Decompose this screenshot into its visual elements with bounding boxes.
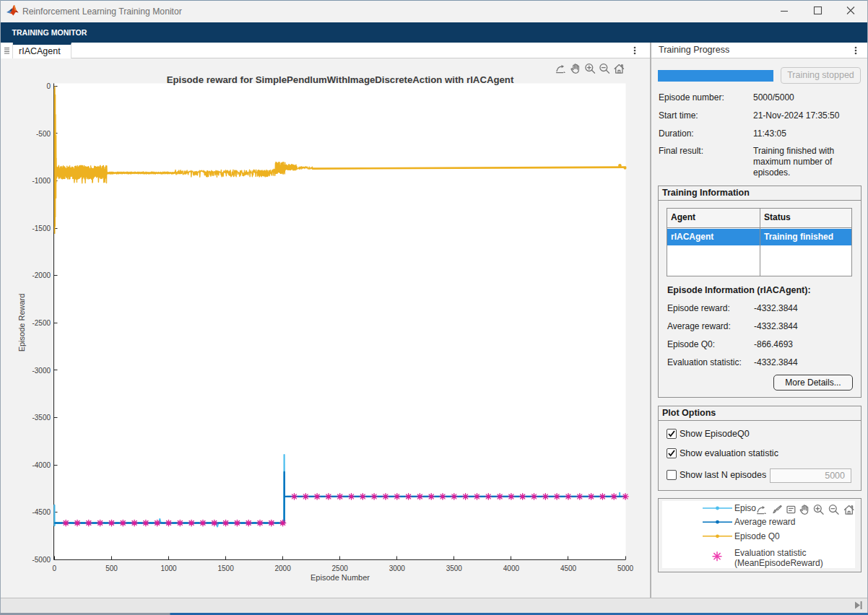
svg-text:-1000: -1000 (32, 177, 51, 185)
svg-text:-5000: -5000 (32, 556, 51, 564)
svg-text:-4000: -4000 (32, 461, 51, 469)
svg-text:-3500: -3500 (32, 414, 51, 422)
svg-text:3500: 3500 (446, 564, 463, 572)
svg-text:4000: 4000 (503, 564, 520, 572)
svg-text:2000: 2000 (274, 564, 291, 572)
svg-text:-1500: -1500 (32, 224, 51, 232)
svg-text:5000: 5000 (617, 564, 634, 572)
svg-text:2500: 2500 (332, 564, 349, 572)
svg-text:4500: 4500 (560, 564, 577, 572)
svg-text:3000: 3000 (389, 564, 406, 572)
svg-text:500: 500 (105, 564, 118, 572)
svg-text:-3000: -3000 (32, 367, 51, 375)
svg-text:1000: 1000 (160, 564, 177, 572)
svg-text:Episode Number: Episode Number (311, 573, 370, 582)
svg-text:0: 0 (53, 564, 57, 572)
svg-text:-4500: -4500 (32, 508, 51, 516)
svg-text:0: 0 (46, 82, 51, 90)
svg-text:-2000: -2000 (32, 271, 51, 279)
svg-text:Episode Reward: Episode Reward (17, 294, 26, 352)
svg-text:-500: -500 (36, 130, 51, 138)
svg-text:1500: 1500 (217, 564, 234, 572)
svg-text:-2500: -2500 (32, 319, 51, 327)
